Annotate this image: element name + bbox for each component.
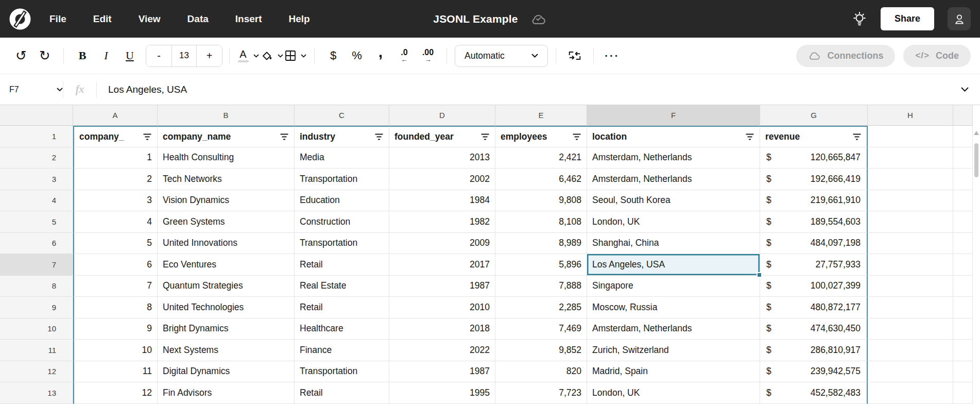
cell-H12[interactable] (868, 361, 953, 383)
fill-handle[interactable] (757, 272, 762, 278)
column-header-A[interactable]: A (73, 105, 158, 126)
row-header-5[interactable]: 5 (0, 211, 73, 233)
cell-C12[interactable]: Transportation (295, 361, 389, 383)
cell-G7[interactable]: $27,757,933 (760, 254, 868, 276)
underline-button[interactable]: U (118, 44, 142, 67)
cell-x7[interactable] (953, 254, 973, 276)
cell-G4[interactable]: $219,661,910 (760, 190, 868, 212)
cell-G10[interactable]: $474,630,450 (760, 318, 868, 340)
cell-E12[interactable]: 820 (495, 361, 587, 383)
cell-G5[interactable]: $189,554,603 (760, 211, 868, 233)
cell-x5[interactable] (953, 211, 973, 233)
redo-button[interactable]: ↻ (33, 44, 57, 67)
cell-B9[interactable]: United Technologies (158, 297, 295, 318)
column-header-H[interactable]: H (868, 105, 953, 126)
scrollbar-thumb[interactable] (974, 143, 978, 177)
cell-D4[interactable]: 1984 (389, 190, 495, 212)
tips-lightbulb-button[interactable] (852, 10, 867, 28)
cell-D12[interactable]: 1987 (389, 361, 495, 383)
cell-F1[interactable]: location (587, 126, 760, 147)
cell-H9[interactable] (868, 297, 953, 318)
row-header-8[interactable]: 8 (0, 276, 73, 297)
cell-F9[interactable]: Moscow, Russia (587, 297, 760, 318)
cell-D1[interactable]: founded_year (389, 126, 495, 147)
account-avatar-button[interactable] (948, 7, 971, 30)
cell-B8[interactable]: Quantum Strategies (158, 276, 295, 297)
cell-G3[interactable]: $192,666,419 (760, 169, 868, 190)
cell-C8[interactable]: Real Estate (295, 276, 389, 297)
cell-A6[interactable]: 5 (73, 233, 158, 255)
column-header-partial[interactable] (953, 105, 973, 126)
undo-button[interactable]: ↺ (9, 44, 33, 67)
cell-D6[interactable]: 2009 (389, 233, 495, 255)
connections-button[interactable]: Connections (796, 45, 895, 67)
cell-C5[interactable]: Construction (295, 211, 389, 233)
cell-E5[interactable]: 8,108 (495, 211, 587, 233)
cell-F3[interactable]: Amsterdam, Netherlands (587, 169, 760, 190)
cell-E13[interactable]: 7,723 (495, 382, 587, 404)
text-color-button[interactable]: A (236, 44, 260, 67)
cell-C3[interactable]: Transportation (295, 169, 389, 190)
cell-D10[interactable]: 2018 (389, 318, 495, 340)
cell-A8[interactable]: 7 (73, 276, 158, 297)
document-title[interactable]: JSONL Example (433, 13, 518, 25)
row-header-11[interactable]: 11 (0, 340, 73, 361)
cell-C7[interactable]: Retail (295, 254, 389, 276)
cell-x12[interactable] (953, 361, 973, 383)
cell-A5[interactable]: 4 (73, 211, 158, 233)
column-header-E[interactable]: E (495, 105, 587, 126)
cell-B3[interactable]: Tech Networks (158, 169, 295, 190)
cell-C13[interactable]: Retail (295, 382, 389, 404)
font-size-increase-button[interactable]: + (197, 45, 222, 66)
cell-H8[interactable] (868, 276, 953, 297)
cell-A13[interactable]: 12 (73, 382, 158, 404)
cell-H2[interactable] (868, 147, 953, 169)
cell-A3[interactable]: 2 (73, 169, 158, 190)
cell-E6[interactable]: 8,989 (495, 233, 587, 255)
row-header-10[interactable]: 10 (0, 318, 73, 340)
cell-x10[interactable] (953, 318, 973, 340)
cell-A7[interactable]: 6 (73, 254, 158, 276)
cell-H1[interactable] (868, 126, 953, 147)
cell-x2[interactable] (953, 147, 973, 169)
cell-H10[interactable] (868, 318, 953, 340)
name-box[interactable]: F7 (0, 85, 63, 94)
cell-B13[interactable]: Fin Advisors (158, 382, 295, 404)
cell-G13[interactable]: $452,582,483 (760, 382, 868, 404)
scroll-up-arrow-icon[interactable] (974, 131, 979, 135)
cell-H3[interactable] (868, 169, 953, 190)
italic-button[interactable]: I (94, 44, 118, 67)
currency-format-button[interactable]: $ (321, 44, 345, 67)
row-header-3[interactable]: 3 (0, 169, 73, 190)
cell-G2[interactable]: $120,665,847 (760, 147, 868, 169)
cell-D8[interactable]: 1987 (389, 276, 495, 297)
menu-view[interactable]: View (139, 13, 161, 25)
cell-x11[interactable] (953, 340, 973, 361)
cell-G11[interactable]: $286,810,917 (760, 340, 868, 361)
cell-D3[interactable]: 2002 (389, 169, 495, 190)
decrease-decimals-button[interactable]: .0← (392, 44, 416, 67)
cell-D7[interactable]: 2017 (389, 254, 495, 276)
row-header-6[interactable]: 6 (0, 233, 73, 255)
cell-B12[interactable]: Digital Dynamics (158, 361, 295, 383)
more-options-button[interactable]: ··· (600, 44, 624, 67)
cell-G8[interactable]: $100,027,399 (760, 276, 868, 297)
filter-icon[interactable] (279, 133, 289, 141)
cell-H7[interactable] (868, 254, 953, 276)
cell-C9[interactable]: Retail (295, 297, 389, 318)
cell-F11[interactable]: Zurich, Switzerland (587, 340, 760, 361)
increase-decimals-button[interactable]: .00→ (416, 44, 440, 67)
cell-H4[interactable] (868, 190, 953, 212)
cell-H6[interactable] (868, 233, 953, 255)
cell-x6[interactable] (953, 233, 973, 255)
cell-A12[interactable]: 11 (73, 361, 158, 383)
cell-F7[interactable]: Los Angeles, USA (587, 254, 760, 276)
filter-icon[interactable] (480, 133, 490, 141)
font-size-value[interactable]: 13 (171, 45, 197, 66)
fit-content-button[interactable] (563, 44, 587, 67)
cell-F8[interactable]: Singapore (587, 276, 760, 297)
filter-icon[interactable] (142, 133, 152, 141)
row-header-1[interactable]: 1 (0, 126, 73, 147)
column-header-C[interactable]: C (295, 105, 389, 126)
comma-format-button[interactable]: , (369, 44, 392, 67)
